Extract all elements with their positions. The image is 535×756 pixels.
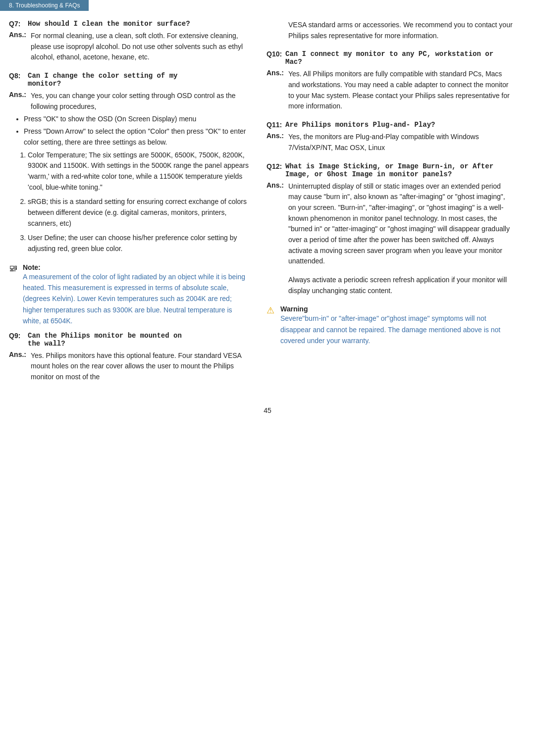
note-block: 🖳 Note: A measurement of the color of li… (9, 263, 250, 327)
q9-label: Q9: (9, 332, 28, 348)
page-number: 45 (0, 406, 535, 419)
ans7-block: Ans.: For normal cleaning, use a clean, … (9, 31, 250, 63)
warning-text: Severe"burn-in" or "after-image" or"ghos… (280, 313, 514, 346)
content-area: Q7: How should I clean the monitor surfa… (0, 20, 535, 392)
q9-question-line: Q9: Can the Philips monitor be mounted o… (9, 332, 250, 348)
qa-block-q8: Q8: Can I change the color setting of my… (9, 72, 250, 254)
qa-block-q9: Q9: Can the Philips monitor be mounted o… (9, 332, 250, 383)
ans11-block: Ans.: Yes, the monitors are Plug-and-Pla… (267, 132, 514, 153)
left-column: Q7: How should I clean the monitor surfa… (9, 20, 262, 392)
q7-label: Q7: (9, 20, 28, 28)
ans8-label: Ans.: (9, 91, 31, 112)
q12-question-line: Q12: What is Image Sticking, or Image Bu… (267, 162, 514, 178)
warning-icon: ⚠ (267, 305, 277, 316)
note-text: A measurement of the color of light radi… (23, 271, 250, 327)
ans12-label: Ans.: (267, 181, 288, 297)
q8-bullet-list: Press "OK" to show the OSD (On Screen Di… (24, 114, 250, 148)
list-item: Press "Down Arrow" to select the option … (24, 126, 250, 148)
ans12-texts: Uninterrupted display of still or static… (288, 181, 514, 297)
ans9-text: Yes. Philips monitors have this optional… (31, 351, 250, 383)
note-content: Note: A measurement of the color of ligh… (23, 263, 250, 327)
warning-content: Warning Severe"burn-in" or "after-image"… (280, 305, 514, 346)
right-column: VESA standard arms or accessories. We re… (262, 20, 514, 392)
ans12-text1: Uninterrupted display of still or static… (288, 181, 514, 267)
warning-block: ⚠ Warning Severe"burn-in" or "after-imag… (267, 305, 514, 346)
qa-block-q10: Q10: Can I connect my monitor to any PC,… (267, 50, 514, 112)
q12-text: What is Image Sticking, or Image Burn-in… (285, 162, 514, 178)
ans10-text: Yes. All Philips monitors are fully comp… (288, 69, 514, 112)
qa-block-q7: Q7: How should I clean the monitor surfa… (9, 20, 250, 63)
ans8-block: Ans.: Yes, you can change your color set… (9, 91, 250, 112)
ans9-block: Ans.: Yes. Philips monitors have this op… (9, 351, 250, 383)
warning-label: Warning (280, 305, 308, 313)
ans9-continued-block: VESA standard arms or accessories. We re… (267, 20, 514, 41)
qa-block-q12: Q12: What is Image Sticking, or Image Bu… (267, 162, 514, 297)
qa-block-q11: Q11: Are Philips monitors Plug-and- Play… (267, 121, 514, 153)
ans7-text: For normal cleaning, use a clean, soft c… (31, 31, 250, 63)
q10-text: Can I connect my monitor to any PC, work… (285, 50, 514, 66)
q11-text: Are Philips monitors Plug-and- Play? (285, 121, 435, 129)
q9-text: Can the Philips monitor be mounted on th… (28, 332, 182, 348)
ans9-continued-text: VESA standard arms or accessories. We re… (267, 20, 514, 41)
q10-question-line: Q10: Can I connect my monitor to any PC,… (267, 50, 514, 66)
q8-numbered-list: Color Temperature; The six settings are … (28, 150, 250, 254)
q8-question-line: Q8: Can I change the color setting of my… (9, 72, 250, 88)
q10-label: Q10: (267, 50, 285, 66)
q8-label: Q8: (9, 72, 28, 88)
ans11-label: Ans.: (267, 132, 288, 153)
ans11-text: Yes, the monitors are Plug-and-Play comp… (288, 132, 514, 153)
page: 8. Troubleshooting & FAQs Q7: How should… (0, 0, 535, 756)
q7-question-line: Q7: How should I clean the monitor surfa… (9, 20, 250, 28)
q8-text: Can I change the color setting of my mon… (28, 72, 177, 88)
list-item: Color Temperature; The six settings are … (28, 150, 250, 193)
ans9-label: Ans.: (9, 351, 31, 383)
q7-text: How should I clean the monitor surface? (28, 20, 190, 28)
ans8-text: Yes, you can change your color setting t… (31, 91, 250, 112)
list-item: User Define; the user can choose his/her… (28, 233, 250, 254)
list-item: Press "OK" to show the OSD (On Screen Di… (24, 114, 250, 125)
q12-label: Q12: (267, 162, 285, 178)
note-label: Note: (23, 263, 41, 271)
q11-question-line: Q11: Are Philips monitors Plug-and- Play… (267, 121, 514, 129)
list-item: sRGB; this is a standard setting for ens… (28, 197, 250, 229)
ans10-label: Ans.: (267, 69, 288, 112)
note-icon: 🖳 (9, 263, 20, 274)
ans12-block: Ans.: Uninterrupted display of still or … (267, 181, 514, 297)
ans7-label: Ans.: (9, 31, 31, 63)
q11-label: Q11: (267, 121, 285, 129)
ans12-text2: Always activate a periodic screen refres… (288, 275, 514, 296)
ans10-block: Ans.: Yes. All Philips monitors are full… (267, 69, 514, 112)
breadcrumb: 8. Troubleshooting & FAQs (0, 0, 89, 11)
